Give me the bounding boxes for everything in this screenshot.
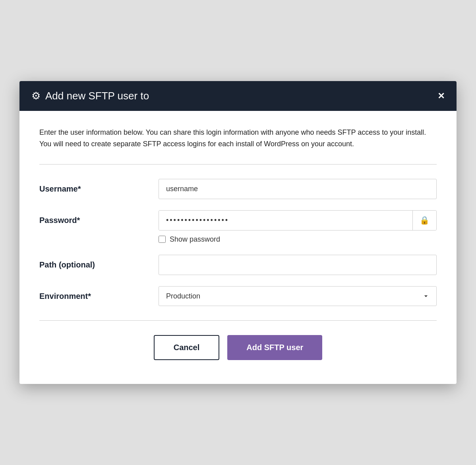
path-input[interactable] xyxy=(159,255,437,275)
password-input-wrapper: 🔒 xyxy=(159,210,437,231)
modal-title: Add new SFTP user to xyxy=(45,90,149,102)
bottom-divider xyxy=(39,320,437,321)
lock-icon: 🔒 xyxy=(420,215,430,225)
modal-header: ⚙ Add new SFTP user to ✕ xyxy=(19,81,457,111)
environment-select[interactable]: Production Staging Development xyxy=(159,286,437,306)
top-divider xyxy=(39,164,437,165)
show-password-wrapper: Show password xyxy=(159,235,437,244)
password-input[interactable] xyxy=(159,211,412,230)
path-field-wrapper xyxy=(159,255,437,275)
modal-title-group: ⚙ Add new SFTP user to xyxy=(31,90,149,102)
show-password-label[interactable]: Show password xyxy=(170,235,220,244)
path-label: Path (optional) xyxy=(39,255,159,269)
password-label: Password* xyxy=(39,210,159,225)
password-field-wrapper: 🔒 Show password xyxy=(159,210,437,244)
environment-row: Environment* Production Staging Developm… xyxy=(39,286,437,306)
modal-body: Enter the user information below. You ca… xyxy=(19,111,457,384)
cancel-button[interactable]: Cancel xyxy=(154,335,220,360)
close-icon[interactable]: ✕ xyxy=(437,92,445,101)
password-row: Password* 🔒 Show password xyxy=(39,210,437,244)
modal-container: ⚙ Add new SFTP user to ✕ Enter the user … xyxy=(19,81,457,384)
environment-label: Environment* xyxy=(39,286,159,301)
username-row: Username* xyxy=(39,179,437,199)
password-toggle-button[interactable]: 🔒 xyxy=(412,211,436,230)
show-password-checkbox[interactable] xyxy=(159,236,166,243)
environment-field-wrapper: Production Staging Development xyxy=(159,286,437,306)
username-label: Username* xyxy=(39,179,159,194)
gear-icon: ⚙ xyxy=(31,90,41,102)
description-text: Enter the user information below. You ca… xyxy=(39,127,437,150)
path-row: Path (optional) xyxy=(39,255,437,275)
username-input[interactable] xyxy=(159,179,437,199)
username-field-wrapper xyxy=(159,179,437,199)
add-sftp-button[interactable]: Add SFTP user xyxy=(227,335,322,360)
modal-footer: Cancel Add SFTP user xyxy=(39,335,437,364)
